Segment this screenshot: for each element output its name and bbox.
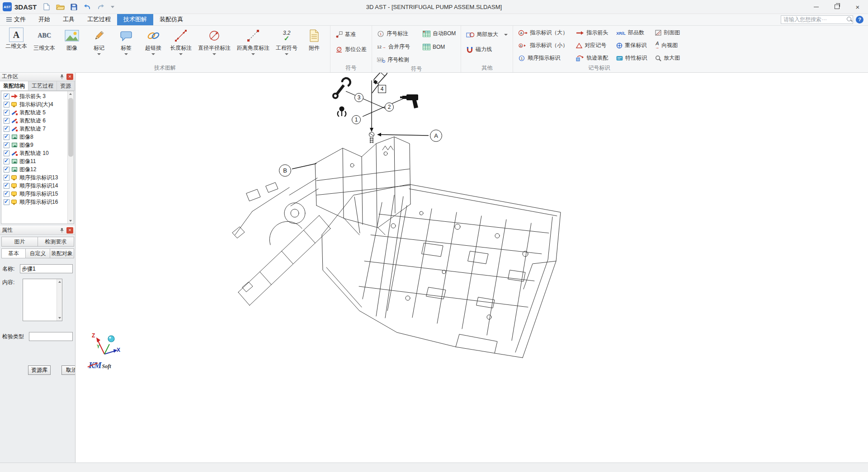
cancel-button[interactable]: 取消 <box>61 365 75 375</box>
btn-indicator-arrow[interactable]: 指示箭头 <box>573 27 611 38</box>
btn-enlarged-view[interactable]: 放大图 <box>652 52 683 64</box>
btn-mark[interactable]: 标记 <box>85 26 113 55</box>
tree-item-checkbox[interactable] <box>4 183 9 189</box>
pin-icon[interactable] <box>59 74 65 80</box>
btn-length-dim[interactable]: 长度标注 <box>167 26 195 55</box>
btn-auto-bom[interactable]: 自动BOM <box>420 28 458 39</box>
tree-item-checkbox[interactable] <box>4 199 9 205</box>
btn-part-count[interactable]: 部品数 <box>613 27 650 38</box>
balloon-4[interactable]: 4 <box>378 85 386 93</box>
properties-close-button[interactable]: × <box>66 227 73 234</box>
new-document-button[interactable] <box>42 2 51 11</box>
tab-process-flow[interactable]: 工艺过程 <box>28 81 57 90</box>
btn-corresponding-mark[interactable]: 对应记号 <box>573 40 611 51</box>
quick-access-dropdown-icon[interactable] <box>111 6 114 8</box>
restore-button[interactable] <box>826 0 847 14</box>
menu-file[interactable]: 文件 <box>0 14 32 25</box>
tab-picture[interactable]: 图片 <box>1 237 38 247</box>
scroll-down-icon[interactable] <box>57 316 62 321</box>
inspection-type-field[interactable] <box>29 332 73 341</box>
tree-item-checkbox[interactable] <box>4 191 9 197</box>
balloon-1[interactable]: 1 <box>352 115 361 124</box>
tab-start[interactable]: 开始 <box>32 14 57 25</box>
btn-geometric-tolerance[interactable]: 形位公差 <box>333 44 369 55</box>
btn-indicator-small[interactable]: A指示标识（小） <box>515 40 571 51</box>
resource-library-button[interactable]: 资源库 <box>28 365 51 375</box>
minimize-button[interactable] <box>806 0 826 14</box>
tab-custom[interactable]: 自定义 <box>25 248 50 258</box>
detail-view-dropdown-icon[interactable] <box>504 34 508 36</box>
name-field[interactable] <box>20 264 73 273</box>
close-button[interactable]: × <box>847 0 868 14</box>
drawing-canvas[interactable] <box>75 72 868 463</box>
tree-item-checkbox[interactable] <box>4 159 9 164</box>
btn-2d-text[interactable]: 二维文本 <box>2 26 30 53</box>
tree-scrollbar[interactable] <box>67 91 74 224</box>
tab-technical-illustration[interactable]: 技术图解 <box>117 14 153 25</box>
tree-item[interactable]: 顺序指示标识16 <box>1 198 68 206</box>
scroll-down-icon[interactable] <box>68 218 74 224</box>
btn-magnetic-line[interactable]: 磁力线 <box>463 44 510 55</box>
tree-item[interactable]: 图像9 <box>1 141 68 149</box>
btn-section-view[interactable]: 剖面图 <box>652 27 683 38</box>
btn-3d-text[interactable]: 三维文本 <box>30 26 58 55</box>
balloon-A[interactable]: A <box>430 130 442 142</box>
tab-process[interactable]: 工艺过程 <box>81 14 117 25</box>
btn-distance-angle-dim[interactable]: 距离角度标注 <box>234 26 273 55</box>
btn-hyperlink[interactable]: 超链接 <box>140 26 167 55</box>
help-button[interactable]: ? <box>856 16 863 23</box>
tree-item[interactable]: 图像11 <box>1 157 68 165</box>
tab-assembly-object[interactable]: 装配对象 <box>50 248 74 258</box>
btn-merge-number[interactable]: 合并序号 <box>374 41 413 52</box>
tree-item-checkbox[interactable] <box>4 118 9 124</box>
btn-balloon-number[interactable]: 1序号标注 <box>374 28 413 39</box>
tree-item-checkbox[interactable] <box>4 110 9 116</box>
btn-attachment[interactable]: 附件 <box>301 26 328 55</box>
tab-inspection-requirements[interactable]: 检测要求 <box>38 237 74 247</box>
workspace-close-button[interactable]: × <box>66 74 73 80</box>
btn-label[interactable]: 标签 <box>113 26 140 55</box>
btn-track-assembly[interactable]: 轨迹装配 <box>573 52 611 64</box>
tab-basic[interactable]: 基本 <box>1 248 26 258</box>
redo-button[interactable] <box>96 2 105 11</box>
tree-item[interactable]: 装配轨迹 5 <box>1 108 68 117</box>
tree-item-checkbox[interactable] <box>4 175 9 181</box>
content-scrollbar[interactable] <box>57 279 62 321</box>
btn-characteristic-mark[interactable]: 特性标识 <box>613 52 650 64</box>
btn-critical-mark[interactable]: 重保标识 <box>613 40 650 51</box>
tree-item[interactable]: 图像12 <box>1 165 68 173</box>
tree-item[interactable]: 装配轨迹 7 <box>1 125 68 133</box>
content-field[interactable] <box>23 279 57 321</box>
balloon-2[interactable]: 2 <box>385 103 394 112</box>
tab-assembly-simulation[interactable]: 装配仿真 <box>153 14 189 25</box>
tree-item-checkbox[interactable] <box>4 126 9 132</box>
tree-item-checkbox[interactable] <box>4 134 9 140</box>
tab-resources[interactable]: 资源 <box>57 81 75 90</box>
undo-button[interactable] <box>83 2 92 11</box>
tree-item-checkbox[interactable] <box>4 102 9 107</box>
btn-image[interactable]: 图像 <box>58 26 85 55</box>
tab-tools[interactable]: 工具 <box>57 14 81 25</box>
scroll-up-icon[interactable] <box>68 91 74 97</box>
balloon-3[interactable]: 3 <box>354 93 363 102</box>
balloon-B[interactable]: B <box>279 164 291 177</box>
tree-item-checkbox[interactable] <box>4 167 9 173</box>
tree-item[interactable]: 顺序指示标识15 <box>1 190 68 198</box>
tab-assembly-structure[interactable]: 装配结构 <box>0 81 28 90</box>
btn-directional-view[interactable]: 向视图 <box>652 40 683 51</box>
btn-datum[interactable]: 基准 <box>333 29 369 40</box>
tree-item-checkbox[interactable] <box>4 93 9 99</box>
btn-sequence-indicator[interactable]: 1顺序指示标识 <box>515 52 571 64</box>
search-icon[interactable] <box>847 17 851 21</box>
tree-item-checkbox[interactable] <box>4 150 9 156</box>
btn-engineering-symbol[interactable]: 工程符号 <box>273 26 301 55</box>
tree-item[interactable]: 装配轨迹 10 <box>1 149 68 157</box>
tree-item[interactable]: 顺序指示标识14 <box>1 182 68 190</box>
save-button[interactable] <box>69 2 78 11</box>
btn-diameter-radius-dim[interactable]: 直径半径标注 <box>195 26 234 55</box>
search-input[interactable] <box>781 15 853 24</box>
tree-item[interactable]: 装配轨迹 6 <box>1 117 68 125</box>
tree-item[interactable]: 指示标识(大)4 <box>1 100 68 108</box>
btn-bom[interactable]: BOM <box>420 41 458 52</box>
scroll-up-icon[interactable] <box>57 279 62 284</box>
